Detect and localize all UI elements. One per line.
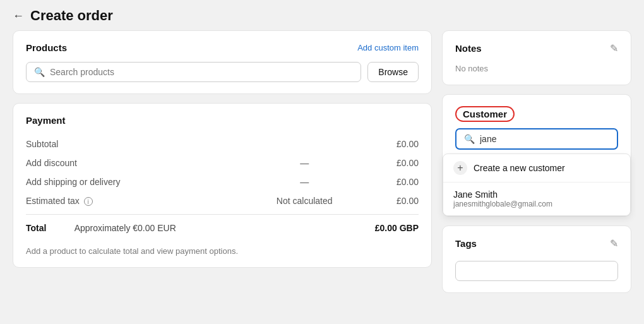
- payment-title: Payment: [26, 115, 66, 126]
- tax-value: £0.00: [368, 191, 419, 210]
- discount-middle: —: [241, 153, 368, 172]
- payment-divider: [26, 214, 419, 215]
- notes-card-header: Notes ✎: [455, 42, 618, 54]
- tags-input[interactable]: [455, 261, 618, 281]
- right-column: Notes ✎ No notes Customer 🔍 + Create a n…: [442, 30, 631, 293]
- subtotal-value: £0.00: [368, 135, 419, 153]
- products-search-box: 🔍: [26, 62, 361, 82]
- shipping-row[interactable]: Add shipping or delivery — £0.00: [26, 172, 419, 191]
- payment-card-header: Payment: [26, 115, 419, 126]
- total-label: Total: [26, 219, 75, 237]
- total-row: Total Approximately €0.00 EUR £0.00 GBP: [26, 219, 419, 237]
- left-column: Products Add custom item 🔍 Browse Paymen…: [13, 30, 432, 293]
- tags-edit-icon[interactable]: ✎: [610, 237, 618, 249]
- products-card-header: Products Add custom item: [26, 42, 419, 53]
- customer-result-item[interactable]: Jane Smith janesmithglobale@gmail.com: [443, 183, 630, 215]
- subtotal-middle: [241, 135, 368, 153]
- customer-title-wrap: Customer: [455, 106, 618, 122]
- add-custom-item-link[interactable]: Add custom item: [357, 43, 419, 52]
- tags-card-header: Tags ✎: [455, 237, 618, 249]
- customer-result-name: Jane Smith: [453, 189, 620, 200]
- search-icon: 🔍: [34, 67, 45, 77]
- products-search-row: 🔍 Browse: [26, 62, 419, 82]
- customer-search-icon: 🔍: [464, 134, 475, 144]
- shipping-label: Add shipping or delivery: [26, 172, 241, 191]
- shipping-middle: —: [241, 172, 368, 191]
- create-customer-icon: +: [453, 161, 467, 175]
- create-new-customer-label: Create a new customer: [474, 163, 565, 173]
- customer-dropdown: + Create a new customer Jane Smith janes…: [443, 153, 631, 216]
- total-table: Total Approximately €0.00 EUR £0.00 GBP: [26, 219, 419, 237]
- discount-row[interactable]: Add discount — £0.00: [26, 153, 419, 172]
- discount-value: £0.00: [368, 153, 419, 172]
- shipping-value: £0.00: [368, 172, 419, 191]
- browse-button[interactable]: Browse: [367, 62, 419, 82]
- payment-card: Payment Subtotal £0.00 Add discount — £0…: [13, 103, 432, 268]
- discount-label: Add discount: [26, 153, 241, 172]
- customer-search-box: 🔍: [455, 128, 618, 150]
- subtotal-label: Subtotal: [26, 135, 241, 153]
- notes-title: Notes: [455, 43, 482, 54]
- products-card: Products Add custom item 🔍 Browse: [13, 30, 432, 94]
- tags-card: Tags ✎: [442, 225, 631, 293]
- create-new-customer-item[interactable]: + Create a new customer: [443, 154, 630, 182]
- customer-card: Customer 🔍 + Create a new customer Jane …: [442, 94, 631, 217]
- payment-table: Subtotal £0.00 Add discount — £0.00 Add …: [26, 135, 419, 210]
- tax-middle: Not calculated: [241, 191, 368, 210]
- products-search-input[interactable]: [50, 67, 353, 77]
- notes-edit-icon[interactable]: ✎: [610, 42, 618, 54]
- total-value: £0.00 GBP: [315, 219, 419, 237]
- subtotal-row: Subtotal £0.00: [26, 135, 419, 153]
- tags-title: Tags: [455, 238, 477, 249]
- page-title: Create order: [30, 8, 113, 24]
- products-title: Products: [26, 42, 67, 53]
- customer-title: Customer: [455, 106, 515, 122]
- back-button[interactable]: ←: [13, 9, 24, 23]
- no-notes-text: No notes: [455, 64, 488, 73]
- tax-info-icon: i: [84, 197, 93, 206]
- page-header: ← Create order: [0, 0, 644, 30]
- tax-row: Estimated tax i Not calculated £0.00: [26, 191, 419, 210]
- payment-note: Add a product to calculate total and vie…: [26, 246, 419, 256]
- tax-label: Estimated tax i: [26, 191, 241, 210]
- main-content: Products Add custom item 🔍 Browse Paymen…: [0, 30, 644, 306]
- total-middle: Approximately €0.00 EUR: [75, 219, 315, 237]
- notes-card: Notes ✎ No notes: [442, 30, 631, 85]
- customer-search-input[interactable]: [480, 134, 609, 144]
- customer-result-email: janesmithglobale@gmail.com: [453, 200, 620, 208]
